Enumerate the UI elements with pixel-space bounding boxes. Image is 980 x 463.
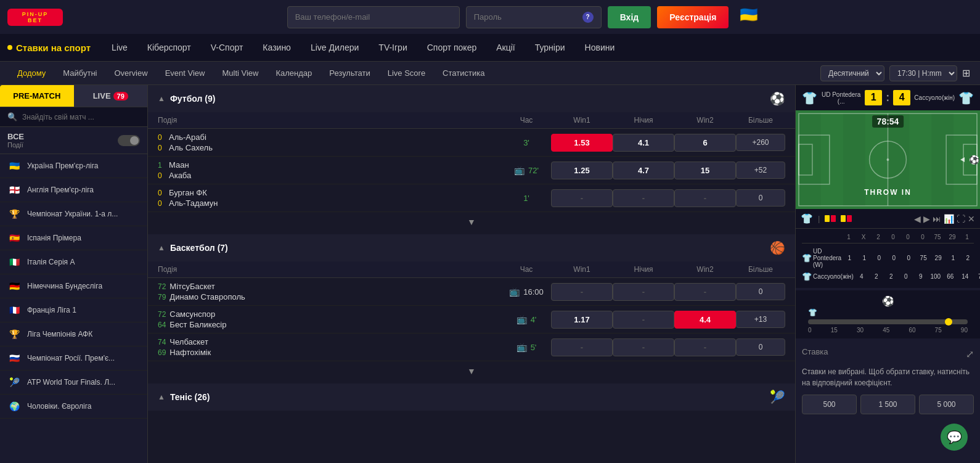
language-flag[interactable]: 🇺🇦 xyxy=(740,6,758,28)
basketball-section-header[interactable]: ▲ Баскетбол (7) 🏀 xyxy=(148,234,795,261)
subnav-item-results[interactable]: Результати xyxy=(322,65,377,81)
subnav-item-stats[interactable]: Статистика xyxy=(435,65,492,81)
football-m2-more[interactable]: 0 xyxy=(736,189,785,207)
bet-expand-icon[interactable]: ⤢ xyxy=(966,348,974,360)
chat-button[interactable]: 💬 xyxy=(941,424,968,451)
password-input[interactable] xyxy=(474,12,582,22)
close-icon[interactable]: ✕ xyxy=(968,214,975,224)
football-match-row-2[interactable]: 0Бурган ФК 0Аль-Тадамун 1' - - - 0 xyxy=(148,184,795,212)
nav-item-live-dealers[interactable]: Live Дилери xyxy=(302,36,367,59)
basketball-m1-draw[interactable]: - xyxy=(613,311,674,329)
basketball-match-row-2[interactable]: 74Челбаскет 69Нафтохімік 📺 5' - - - 0 xyxy=(148,334,795,361)
brand-label: Ставки на спорт xyxy=(16,43,91,53)
basketball-m1-win1[interactable]: 1.17 xyxy=(551,311,613,329)
breadcrumb: Додому Майбутні Overview Event View Mult… xyxy=(10,65,818,81)
football-m1-win1[interactable]: 1.25 xyxy=(551,162,613,179)
nav-item-vsport[interactable]: V-Спорт xyxy=(202,36,252,59)
league-item-euroleague[interactable]: 🌍 Чоловіки. Євроліга xyxy=(0,395,147,419)
prev-icon[interactable]: ◀ xyxy=(914,214,921,224)
tennis-collapse-icon[interactable]: ▲ xyxy=(158,393,165,401)
football-match-row-0[interactable]: 0Аль-Арабі 0Аль Сахель 3' 1.53 4.1 6 +26… xyxy=(148,129,795,157)
basketball-collapse-icon[interactable]: ▲ xyxy=(158,244,165,252)
bet-amount-5000[interactable]: 5 000 xyxy=(919,395,974,414)
football-section-header[interactable]: ▲ Футбол (9) ⚽ xyxy=(148,85,795,112)
basketball-m0-more[interactable]: 0 xyxy=(736,283,785,300)
basketball-m0-time: 📺 16:00 xyxy=(502,287,551,297)
football-m0-win1[interactable]: 1.53 xyxy=(551,134,613,152)
football-m0-win2[interactable]: 6 xyxy=(674,134,736,152)
league-item-ukraine[interactable]: 🇺🇦 Україна Прем'єр-ліга xyxy=(0,154,147,178)
basketball-match-row-0[interactable]: 72МітсуБаскет 79Динамо Ставрополь 📺 16:0… xyxy=(148,278,795,306)
subnav-item-overview[interactable]: Overview xyxy=(107,65,155,81)
live-score1: 1 xyxy=(865,90,882,105)
football-m0-draw[interactable]: 4.1 xyxy=(613,134,674,152)
league-item-russia[interactable]: 🇷🇺 Чемпіонат Росії. Прем'є... xyxy=(0,346,147,371)
login-button[interactable]: Вхід xyxy=(608,6,651,28)
football-m0-more[interactable]: +260 xyxy=(736,134,785,151)
basketball-col-more: Більше xyxy=(736,265,785,274)
football-m2-win2[interactable]: - xyxy=(674,189,736,207)
league-item-afc[interactable]: 🏆 Ліга Чемпіонів АФК xyxy=(0,322,147,346)
league-item-ukraine-1[interactable]: 🏆 Чемпіонат України. 1-а л... xyxy=(0,202,147,226)
basketball-m2-win1[interactable]: - xyxy=(551,338,613,356)
tab-prematch[interactable]: PRE-MATCH xyxy=(0,85,74,107)
league-item-france[interactable]: 🇫🇷 Франція Ліга 1 xyxy=(0,298,147,322)
league-item-germany[interactable]: 🇩🇪 Німеччина Бундесліга xyxy=(0,274,147,298)
time-format-select[interactable]: 17:30 | H:mm xyxy=(889,65,957,81)
basketball-m1-win2[interactable]: 4.4 xyxy=(674,311,736,329)
football-expand-button[interactable]: ▼ xyxy=(467,217,476,227)
football-match-row-1[interactable]: 1Маан 0Акаба 📺 72' 1.25 4.7 15 +52 xyxy=(148,157,795,184)
football-icon: ⚽ xyxy=(770,91,785,106)
subnav-item-calendar[interactable]: Календар xyxy=(268,65,319,81)
password-help-icon[interactable]: ? xyxy=(582,12,594,23)
football-m1-time: 📺 72' xyxy=(502,165,551,175)
basketball-m1-more[interactable]: +13 xyxy=(736,311,785,328)
basketball-m2-win2[interactable]: - xyxy=(674,338,736,356)
basketball-match-row-1[interactable]: 72Самсунспор 64Бест Баликесір 📺 4' 1.17 … xyxy=(148,306,795,334)
tennis-section-header[interactable]: ▲ Теніс (26) 🎾 xyxy=(148,383,795,411)
nav-item-news[interactable]: Новини xyxy=(576,36,624,59)
nav-item-tvgames[interactable]: TV-Ігри xyxy=(370,36,415,59)
nav-item-esports[interactable]: Кіберспорт xyxy=(139,36,200,59)
nav-item-casino[interactable]: Казино xyxy=(254,36,300,59)
football-m1-win2[interactable]: 15 xyxy=(674,162,736,179)
basketball-m2-more[interactable]: 0 xyxy=(736,338,785,356)
subnav-item-future[interactable]: Майбутні xyxy=(55,65,104,81)
tab-live[interactable]: LIVE 79 xyxy=(74,85,148,107)
subnav-home[interactable]: Додому xyxy=(10,65,53,81)
bet-amount-500[interactable]: 500 xyxy=(802,395,857,414)
skip-icon[interactable]: ⏭ xyxy=(933,214,941,224)
league-item-atp[interactable]: 🎾 ATP World Tour Finals. Л... xyxy=(0,371,147,395)
nav-item-poker[interactable]: Спорт покер xyxy=(419,36,485,59)
grid-icon[interactable]: ⊞ xyxy=(962,67,970,79)
football-m2-win1[interactable]: - xyxy=(551,189,613,207)
register-button[interactable]: Реєстрація xyxy=(657,6,729,28)
league-item-england[interactable]: 🏴󠁧󠁢󠁥󠁮󠁧󠁿 Англія Прем'єр-ліга xyxy=(0,178,147,202)
basketball-m0-draw[interactable]: - xyxy=(613,283,674,301)
basketball-m0-win2[interactable]: - xyxy=(674,283,736,301)
sidebar-search-input[interactable] xyxy=(22,113,140,121)
football-collapse-icon[interactable]: ▲ xyxy=(158,94,165,103)
nav-item-tournaments[interactable]: Турніри xyxy=(526,36,574,59)
league-item-italy[interactable]: 🇮🇹 Італія Серія А xyxy=(0,250,147,274)
fullscreen-icon[interactable]: ⛶ xyxy=(957,214,965,224)
nav-item-promo[interactable]: Акції xyxy=(488,36,523,59)
stats-icon[interactable]: 📊 xyxy=(944,214,954,224)
bet-title: Ставка xyxy=(802,347,828,356)
league-item-spain[interactable]: 🇪🇸 Іспанія Прімера xyxy=(0,226,147,250)
football-m1-more[interactable]: +52 xyxy=(736,162,785,179)
basketball-m2-draw[interactable]: - xyxy=(613,338,674,356)
filter-toggle[interactable] xyxy=(118,135,140,146)
nav-item-live[interactable]: Live xyxy=(103,36,136,59)
phone-email-input[interactable] xyxy=(287,6,460,28)
basketball-m0-win1[interactable]: - xyxy=(551,283,613,301)
next-icon[interactable]: ▶ xyxy=(923,214,930,224)
format-select[interactable]: Десятичний xyxy=(820,65,884,81)
bet-amount-1500[interactable]: 1 500 xyxy=(860,395,915,414)
football-m1-draw[interactable]: 4.7 xyxy=(613,162,674,179)
subnav-item-multiview[interactable]: Multi View xyxy=(214,65,266,81)
subnav-item-livescore[interactable]: Live Score xyxy=(380,65,433,81)
football-m2-draw[interactable]: - xyxy=(613,189,674,207)
basketball-expand-button[interactable]: ▼ xyxy=(467,366,476,376)
subnav-item-eventview[interactable]: Event View xyxy=(158,65,213,81)
